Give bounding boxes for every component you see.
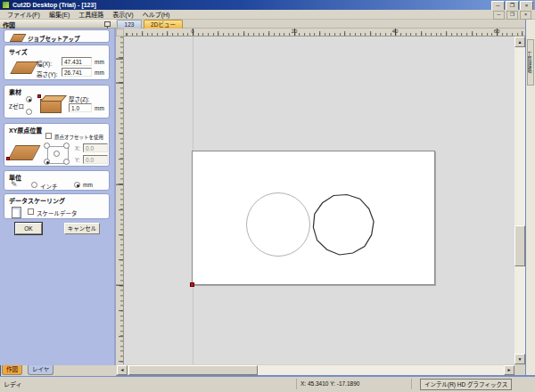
width-unit: mm xyxy=(95,59,104,65)
scroll-left-button[interactable]: ◄ xyxy=(117,365,128,375)
units-inch-label: インチ xyxy=(40,182,58,191)
right-dock-strip: 工具経路 xyxy=(526,20,535,376)
panel-header: 作図 xyxy=(0,20,116,29)
scaling-title: データスケーリング xyxy=(9,196,65,205)
tab-document-123[interactable]: 123 xyxy=(117,20,142,29)
units-mm-radio[interactable] xyxy=(74,182,80,188)
z-zero-marker xyxy=(37,94,41,98)
horizontal-ruler: 0 20 40 60 xyxy=(124,29,525,37)
origin-marker-icon xyxy=(6,157,10,160)
pin-icon[interactable] xyxy=(104,21,111,27)
material-section: 素材 Zゼロ 厚さ(Z): mm xyxy=(4,85,110,118)
scaling-section: データスケーリング スケールデータ xyxy=(4,193,110,219)
job-setup-panel: ジョブセットアップ サイズ 幅(X): mm 高さ(Y): mm 素材 Zゼロ … xyxy=(0,29,116,365)
mdi-close-button[interactable]: × xyxy=(520,11,531,20)
menu-toolpath[interactable]: 工具経路 xyxy=(74,10,108,20)
units-mm-label: mm xyxy=(83,182,93,188)
drawing-area[interactable] xyxy=(124,37,514,364)
scrollbar-corner xyxy=(514,365,525,375)
gpu-info-button[interactable]: インテル(R) HD グラフィックス xyxy=(420,379,512,390)
mdi-restore-button[interactable]: ❐ xyxy=(506,11,518,20)
job-setup-header: ジョブセットアップ xyxy=(4,29,110,43)
toolpath-dock-tab[interactable]: 工具経路 xyxy=(527,39,534,86)
origin-bottom-left-radio[interactable] xyxy=(44,159,50,165)
ruler-corner xyxy=(116,29,124,37)
scale-data-icon xyxy=(12,207,21,218)
z-zero-label: Zゼロ xyxy=(9,102,24,110)
mdi-minimize-button[interactable]: ─ xyxy=(493,11,505,20)
ruler-label-40: 40 xyxy=(390,29,400,34)
z-zero-bottom-radio[interactable] xyxy=(26,109,32,115)
width-input[interactable] xyxy=(62,57,92,66)
units-section: 単位 ✎ インチ mm xyxy=(4,170,110,191)
z-zero-top-radio[interactable] xyxy=(26,96,32,102)
menu-bar: ファイル(F) 編集(E) 工具経路 表示(V) ヘルプ(H) xyxy=(0,10,535,20)
material-title: 素材 xyxy=(9,87,21,96)
scale-data-label: スケールデータ xyxy=(37,208,78,217)
size-section: サイズ 幅(X): mm 高さ(Y): mm xyxy=(4,45,110,80)
ruler-label-60: 60 xyxy=(491,29,502,34)
origin-offset-label: 原点オフセットを使用 xyxy=(54,134,103,141)
origin-section: XY原点位置 原点オフセットを使用 X: Y: xyxy=(4,123,110,167)
job-setup-label: ジョブセットアップ xyxy=(28,34,80,43)
job-setup-icon xyxy=(10,34,27,42)
origin-y-input xyxy=(83,155,108,164)
origin-point-marker[interactable] xyxy=(190,282,194,287)
drawn-circle[interactable] xyxy=(313,195,374,256)
scale-data-checkbox[interactable] xyxy=(28,208,34,215)
thickness-label: 厚さ(Z): xyxy=(69,94,89,103)
title-bar: Cut2D Desktop (Trial) - [123] ─ ❐ × xyxy=(0,0,535,10)
height-input[interactable] xyxy=(62,68,92,77)
ok-button[interactable]: OK xyxy=(15,223,42,234)
ruler-label-0: 0 xyxy=(187,29,198,34)
origin-y-label: Y: xyxy=(75,157,80,163)
menu-help[interactable]: ヘルプ(H) xyxy=(138,10,175,20)
ruler-label-20: 20 xyxy=(289,29,300,34)
units-inch-radio[interactable] xyxy=(31,182,37,188)
origin-x-label: X: xyxy=(75,145,80,151)
vertical-scroll-thumb[interactable] xyxy=(514,225,525,266)
document-tab-strip: 123 2Dビュー xyxy=(116,20,535,29)
origin-offset-checkbox[interactable] xyxy=(45,133,52,139)
scroll-up-button[interactable]: ▲ xyxy=(514,37,525,47)
horizontal-scroll-thumb[interactable] xyxy=(128,365,258,375)
app-window: Cut2D Desktop (Trial) - [123] ─ ❐ × ファイル… xyxy=(0,0,535,392)
menu-view[interactable]: 表示(V) xyxy=(108,10,137,20)
origin-title: XY原点位置 xyxy=(9,126,42,135)
origin-center-radio[interactable] xyxy=(54,151,60,157)
bottom-tab-layers[interactable]: レイヤ xyxy=(28,365,54,375)
thickness-input[interactable] xyxy=(69,103,92,112)
scroll-right-button[interactable]: ► xyxy=(504,365,514,375)
cancel-button[interactable]: キャンセル xyxy=(64,223,100,234)
vector-layer[interactable] xyxy=(124,37,514,364)
tab-2d-view[interactable]: 2Dビュー xyxy=(144,20,183,29)
height-unit: mm xyxy=(95,69,104,76)
vertical-scroll-track[interactable] xyxy=(514,47,525,354)
menu-edit[interactable]: 編集(E) xyxy=(45,10,74,20)
origin-top-left-radio[interactable] xyxy=(44,143,50,149)
origin-top-right-radio[interactable] xyxy=(63,143,70,149)
origin-bottom-right-radio[interactable] xyxy=(63,159,70,165)
app-icon xyxy=(2,1,10,9)
height-label: 高さ(Y): xyxy=(37,69,57,78)
status-bar: レディ X: 45.3410 Y: -17.1890 インテル(R) HD グラ… xyxy=(0,376,535,392)
vertical-ruler xyxy=(116,37,124,364)
size-title: サイズ xyxy=(9,47,28,56)
menu-file[interactable]: ファイル(F) xyxy=(3,10,45,20)
bottom-tab-drawing[interactable]: 作図 xyxy=(2,365,22,375)
status-ready-text: レディ xyxy=(4,380,22,388)
drawn-circle[interactable] xyxy=(247,193,310,257)
thickness-unit: mm xyxy=(95,105,104,111)
origin-x-input xyxy=(83,143,108,152)
window-title: Cut2D Desktop (Trial) - [123] xyxy=(12,0,96,10)
pencil-icon: ✎ xyxy=(11,180,18,189)
scroll-down-button[interactable]: ▼ xyxy=(514,354,525,364)
material-slab-icon xyxy=(10,61,37,74)
cursor-coordinates: X: 45.3410 Y: -17.1890 xyxy=(296,379,412,389)
width-label: 幅(X): xyxy=(37,59,52,68)
